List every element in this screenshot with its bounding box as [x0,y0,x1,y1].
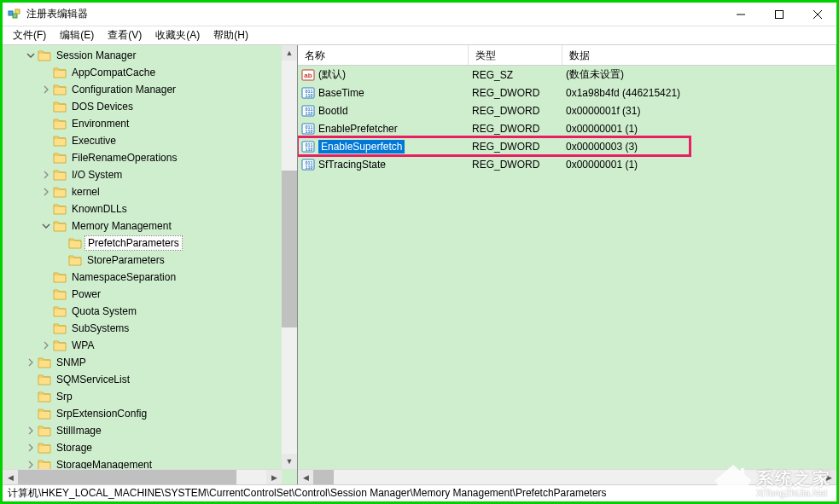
folder-icon [53,152,67,164]
chevron-down-icon[interactable] [25,49,37,61]
scroll-left-icon[interactable]: ◀ [3,470,18,484]
column-header-name[interactable]: 名称 [298,45,469,65]
folder-icon [38,391,51,403]
chevron-down-icon[interactable] [40,220,52,232]
cell-data: (数值未设置) [562,66,836,84]
tree-node[interactable]: StoreParameters [3,252,297,269]
tree-node-label: I/O System [69,168,125,182]
tree-node[interactable]: FileRenameOperations [3,149,297,166]
cell-name: 011110SfTracingState [298,156,469,173]
tree-node[interactable]: NamespaceSeparation [3,269,297,286]
column-header-data[interactable]: 数据 [562,45,836,65]
folder-icon [53,322,67,334]
list-row[interactable]: ab(默认)REG_SZ(数值未设置) [298,66,836,84]
tree-node[interactable]: SNMP [3,354,297,371]
tree-vertical-scrollbar[interactable]: ▲ ▼ [282,45,297,469]
tree-node-label: Quota System [69,304,139,318]
window-controls [721,3,836,26]
tree-node-label: StillImage [54,424,104,437]
list-header: 名称 类型 数据 [298,45,836,66]
reg-dword-icon: 011110 [301,122,315,136]
minimize-button[interactable] [721,3,760,26]
list-row[interactable]: 011110BaseTimeREG_DWORD0x1a98b4fd (44621… [298,84,836,101]
close-button[interactable] [798,3,836,26]
tree-node[interactable]: Srp [3,388,297,405]
tree-node[interactable]: kernel [3,183,297,200]
registry-editor-window: 注册表编辑器 文件(F) 编辑(E) 查看(V) 收藏夹(A) 帮助(H) Se… [0,0,839,504]
list-row[interactable]: 011110EnablePrefetcherREG_DWORD0x0000000… [298,119,836,137]
tree-node[interactable]: StorageManagement [3,456,297,469]
svg-text:110: 110 [306,93,313,98]
tree-node[interactable]: Storage [3,439,297,456]
maximize-button[interactable] [760,3,798,26]
tree-node-label: DOS Devices [69,100,136,113]
tree-node[interactable]: Memory Management [3,217,297,235]
tree-node-label: Memory Management [69,219,174,233]
tree-node[interactable]: Configuration Manager [3,81,297,98]
column-header-type[interactable]: 类型 [469,45,562,65]
tree-node[interactable]: Quota System [3,303,297,320]
chevron-right-icon[interactable] [25,459,37,469]
tree-node[interactable]: AppCompatCache [3,64,297,81]
tree-node[interactable]: WPA [3,337,297,354]
svg-rect-2 [15,9,20,14]
tree-scroll[interactable]: Session ManagerAppCompatCacheConfigurati… [3,45,297,469]
tree-node[interactable]: SrpExtensionConfig [3,405,297,422]
chevron-right-icon[interactable] [25,356,37,368]
tree-node[interactable]: KnownDLLs [3,200,297,217]
list-body[interactable]: ab(默认)REG_SZ(数值未设置)011110BaseTimeREG_DWO… [298,66,836,469]
folder-icon [38,356,51,368]
tree-node[interactable]: SQMServiceList [3,371,297,388]
tree-node[interactable]: Session Manager [3,47,297,64]
menu-favorites[interactable]: 收藏夹(A) [149,26,207,44]
scroll-right-icon[interactable]: ▶ [266,470,282,484]
menu-view[interactable]: 查看(V) [101,26,149,44]
cell-name: 011110BaseTime [298,84,469,101]
tree-node-label: Configuration Manager [69,83,178,96]
tree-node[interactable]: PrefetchParameters [3,235,297,252]
list-row[interactable]: 011110BootIdREG_DWORD0x0000001f (31) [298,101,836,119]
tree-node[interactable]: SubSystems [3,320,297,337]
menu-help[interactable]: 帮助(H) [207,26,255,44]
cell-name: 011110EnableSuperfetch [298,138,469,155]
chevron-right-icon[interactable] [40,339,52,351]
cell-name: 011110BootId [298,102,469,119]
tree-node[interactable]: Executive [3,132,297,149]
svg-text:110: 110 [306,111,313,116]
folder-icon [53,203,67,215]
menu-edit[interactable]: 编辑(E) [53,26,101,44]
scroll-left-icon[interactable]: ◀ [298,470,313,484]
folder-icon [38,408,51,420]
cell-data: 0x00000001 (1) [562,121,836,136]
tree-horizontal-scrollbar[interactable]: ◀ ▶ [3,469,282,484]
scroll-right-icon[interactable]: ▶ [821,470,836,484]
chevron-right-icon[interactable] [25,442,37,454]
tree-node[interactable]: I/O System [3,166,297,183]
tree-node[interactable]: DOS Devices [3,98,297,115]
chevron-right-icon[interactable] [25,425,37,437]
tree-node[interactable]: StillImage [3,422,297,439]
tree-node-label: kernel [69,185,102,199]
tree-node-label: SNMP [54,356,89,369]
statusbar: 计算机\HKEY_LOCAL_MACHINE\SYSTEM\CurrentCon… [3,484,836,501]
tree-node[interactable]: Power [3,286,297,303]
list-horizontal-scrollbar[interactable]: ◀ ▶ [298,469,836,484]
tree-node[interactable]: Environment [3,115,297,132]
cell-data: 0x00000003 (3) [562,139,836,154]
folder-icon [38,459,51,469]
menu-file[interactable]: 文件(F) [6,26,53,44]
statusbar-path: 计算机\HKEY_LOCAL_MACHINE\SYSTEM\CurrentCon… [8,486,607,501]
tree-node-label: SQMServiceList [54,373,132,386]
scroll-up-icon[interactable]: ▲ [282,45,297,61]
chevron-right-icon[interactable] [40,84,52,96]
chevron-right-icon[interactable] [40,169,52,181]
folder-icon [53,339,67,351]
list-pane: 名称 类型 数据 ab(默认)REG_SZ(数值未设置)011110BaseTi… [298,45,836,484]
tree-node-label: SubSystems [69,322,131,335]
tree-node-label: NamespaceSeparation [69,270,178,284]
chevron-right-icon[interactable] [40,186,52,198]
list-row[interactable]: 011110EnableSuperfetchREG_DWORD0x0000000… [298,137,836,155]
folder-icon [53,169,67,181]
scroll-down-icon[interactable]: ▼ [282,454,297,469]
list-row[interactable]: 011110SfTracingStateREG_DWORD0x00000001 … [298,155,836,173]
